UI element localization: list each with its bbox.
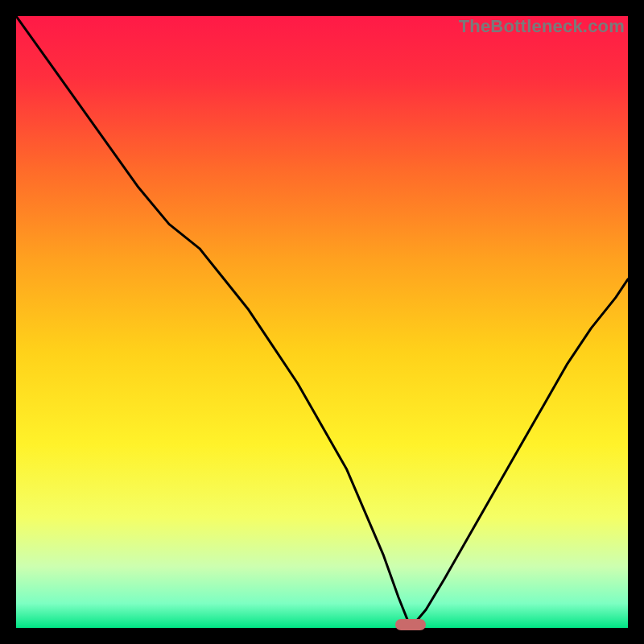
watermark-text: TheBottleneck.com (459, 16, 625, 37)
chart-frame: TheBottleneck.com (16, 16, 628, 628)
optimal-marker (395, 619, 426, 630)
bottleneck-chart (16, 16, 628, 628)
gradient-background (16, 16, 628, 628)
